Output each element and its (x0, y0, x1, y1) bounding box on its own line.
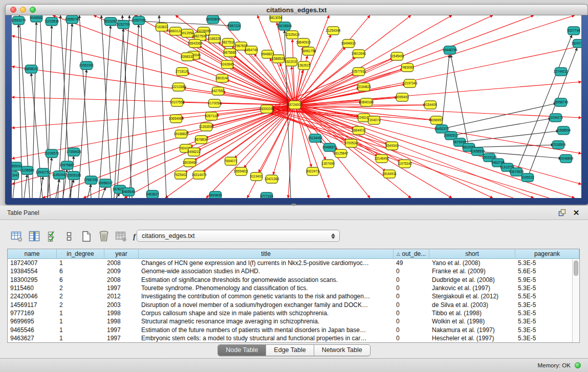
network-node[interactable]: 10468972 (322, 143, 337, 151)
network-node[interactable]: 17359928 (67, 148, 81, 156)
panel-divider-handle[interactable] (291, 204, 296, 206)
network-node[interactable]: 16247333 (572, 39, 581, 48)
network-node[interactable]: 9245022 (521, 173, 534, 182)
cell-out_degree[interactable]: 0 (394, 276, 429, 283)
delete-column-icon[interactable] (96, 229, 112, 244)
network-node-selected[interactable]: 16961758 (301, 47, 316, 55)
network-node-selected[interactable]: 12421363 (265, 175, 279, 183)
network-node[interactable]: 16053809 (206, 15, 221, 24)
network-node-selected[interactable]: 9242845 (221, 60, 234, 69)
cell-out_degree[interactable]: 0 (394, 318, 429, 325)
cell-name[interactable]: 18300295 (8, 276, 57, 283)
cell-out_degree[interactable]: 0 (394, 310, 429, 317)
cell-pagerank[interactable]: 5.3E-5 (515, 310, 572, 317)
cell-in_degree[interactable]: 6 (57, 276, 104, 283)
network-node[interactable]: 10553274 (12, 16, 26, 25)
cell-name[interactable]: 18724007 (8, 259, 57, 267)
network-node-selected[interactable]: 9498222 (187, 148, 201, 156)
network-node[interactable]: 11015538 (45, 17, 59, 26)
cell-pagerank[interactable]: 5.9E-5 (515, 276, 572, 283)
tab-network-table[interactable]: Network Table (314, 345, 370, 356)
cell-title[interactable]: Genome-wide association studies in ADHD. (139, 268, 394, 275)
network-node[interactable]: 7857224 (228, 22, 241, 30)
cell-in_degree[interactable]: 1 (57, 335, 104, 342)
cell-year[interactable]: 2008 (104, 259, 139, 267)
network-node-selected[interactable]: 8454749 (245, 46, 258, 54)
cell-pagerank[interactable]: 5.3E-5 (515, 326, 572, 334)
cell-short[interactable]: de Silva et al. (2003) (429, 301, 515, 309)
network-node-selected[interactable]: 7483083 (401, 63, 414, 72)
network-node-selected[interactable]: 8678834 (194, 136, 208, 144)
cell-out_degree[interactable]: 0 (394, 268, 429, 275)
network-node-selected[interactable]: 18724007 (288, 101, 302, 109)
cell-name[interactable]: 9115460 (8, 285, 57, 292)
network-node[interactable]: 3913947 (12, 171, 19, 180)
tab-node-table[interactable]: Node Table (218, 345, 266, 356)
network-node-selected[interactable]: 7694071 (224, 157, 237, 165)
select-columns-icon[interactable] (44, 229, 59, 244)
network-node[interactable]: 15958745 (554, 98, 569, 106)
table-row[interactable]: 1456911722003Disruption of a novel membe… (8, 301, 572, 309)
cell-in_degree[interactable]: 2 (57, 293, 104, 300)
network-node-selected[interactable]: 16554811 (234, 167, 249, 176)
network-node-selected[interactable]: 19166827 (174, 130, 189, 138)
cell-title[interactable]: Tourette syndrome. Phenomenology and cla… (139, 285, 394, 292)
network-node[interactable]: 10975887 (60, 161, 75, 169)
show-columns-icon[interactable] (27, 229, 42, 244)
network-node-selected[interactable]: 2718126 (176, 68, 189, 76)
network-node-selected[interactable]: 18640910 (296, 38, 311, 47)
network-node[interactable]: 9777169 (260, 192, 273, 198)
cell-pagerank[interactable]: 5.3E-5 (515, 301, 572, 309)
network-node[interactable]: 12958599 (470, 147, 485, 156)
network-node-selected[interactable]: 1362615 (297, 61, 311, 70)
row-height-icon[interactable] (61, 229, 77, 244)
cell-year[interactable]: 2008 (104, 276, 139, 283)
memory-status-icon[interactable] (575, 362, 581, 368)
cell-year[interactable]: 1997 (104, 335, 139, 342)
cell-name[interactable]: 9777169 (8, 310, 57, 317)
column-header-short[interactable]: short (429, 249, 515, 258)
cell-in_degree[interactable]: 2 (57, 301, 104, 309)
table-row[interactable]: 1938455462009Genome-wide association stu… (8, 267, 572, 275)
network-node-selected[interactable]: 18300295 (259, 105, 274, 113)
network-node-selected[interactable]: 11975342 (398, 160, 412, 168)
network-node[interactable]: 12744213 (554, 68, 569, 76)
network-node-selected[interactable]: 16844011 (352, 126, 366, 135)
cell-pagerank[interactable]: 5.6E-5 (515, 268, 572, 275)
network-node-selected[interactable]: 9827516 (222, 38, 235, 47)
close-panel-icon[interactable]: ✕ (571, 208, 582, 218)
cell-title[interactable]: Disruption of a novel member of a sodium… (139, 301, 394, 309)
cell-short[interactable]: Dudbridge et al. (2008) (429, 276, 515, 283)
table-mode-icon[interactable] (9, 229, 25, 244)
network-node[interactable]: 9463627 (146, 190, 159, 198)
network-node-selected[interactable]: 2803144 (215, 74, 229, 82)
column-header-title[interactable]: title (139, 249, 394, 258)
network-node[interactable]: 9152709 (117, 20, 130, 29)
network-node[interactable]: 9465546 (122, 188, 135, 196)
network-node[interactable]: 20206576 (45, 149, 59, 158)
network-node[interactable]: 13942757 (36, 168, 51, 177)
tab-edge-table[interactable]: Edge Table (266, 345, 314, 356)
network-node-selected[interactable]: 12325419 (285, 31, 300, 39)
cell-title[interactable]: Structural magnetic resonance image aver… (139, 318, 394, 325)
network-node[interactable]: 10357056 (132, 16, 146, 25)
table-row[interactable]: 1830029562008Estimation of significance … (8, 276, 572, 284)
network-node-selected[interactable]: 8186328 (208, 35, 221, 43)
network-node-selected[interactable]: 7204074 (367, 116, 381, 124)
network-node-selected[interactable]: 1588520 (272, 55, 285, 63)
cell-pagerank[interactable]: 5.3E-5 (515, 318, 572, 325)
network-node[interactable]: 19448794 (443, 46, 458, 54)
column-header-in_degree[interactable]: in_degree (57, 249, 104, 258)
cell-short[interactable]: Stergiakouli et al. (2012) (429, 293, 515, 300)
cell-short[interactable]: Jankovic et al. (1997) (429, 285, 515, 292)
column-header-out_degree[interactable]: △out_de... (394, 249, 429, 258)
network-node-selected[interactable]: 10840186 (359, 98, 374, 106)
cell-name[interactable]: 9463627 (8, 335, 57, 342)
cell-out_degree[interactable]: 49 (394, 259, 429, 267)
network-node[interactable]: 20556749 (65, 15, 80, 24)
network-node-selected[interactable]: 8322037 (285, 58, 298, 66)
network-node-selected[interactable]: 12213383 (171, 83, 186, 91)
create-column-icon[interactable] (79, 229, 94, 244)
cell-year[interactable]: 1998 (104, 318, 139, 325)
network-node-selected[interactable]: 9095493 (396, 93, 409, 101)
